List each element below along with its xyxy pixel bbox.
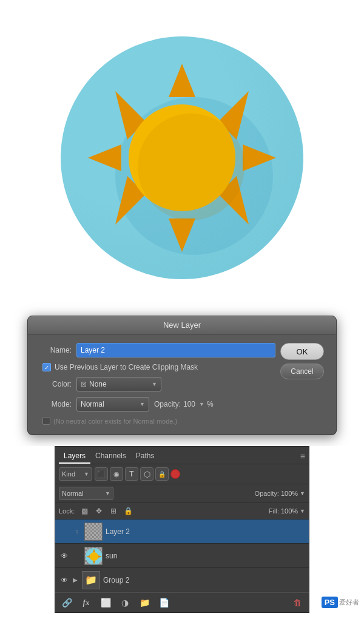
filter-adjustment-icon[interactable]: ◉: [110, 467, 123, 481]
group2-name: Group 2: [103, 576, 305, 584]
sun-illustration-area: [0, 0, 364, 316]
tab-channels[interactable]: Channels: [90, 449, 131, 464]
layer2-link-icon: ↕: [73, 528, 81, 535]
neutral-note-text: (No neutral color exists for Normal mode…: [53, 418, 177, 425]
adjustment-layer-button[interactable]: ◑: [118, 596, 132, 609]
clipping-mask-row: ✓ Use Previous Layer to Create Clipping …: [42, 363, 275, 371]
new-group-button[interactable]: 📁: [138, 596, 151, 609]
fill-arrow-icon: ▼: [300, 508, 305, 514]
dialog-buttons: OK Cancel: [280, 343, 324, 379]
clipping-mask-checkbox[interactable]: ✓: [42, 363, 51, 371]
filter-shape-icon[interactable]: ⬡: [140, 467, 153, 481]
watermark: PS 爱好者: [322, 597, 359, 608]
dialog-titlebar: New Layer: [28, 316, 336, 334]
link-layers-button[interactable]: 🔗: [60, 596, 73, 609]
fill-label: Fill:: [269, 507, 279, 515]
layers-filter-row: Kind ▼ ⬛ ◉ T ⬡ 🔒: [55, 464, 309, 484]
filter-pixel-icon[interactable]: ⬛: [95, 467, 108, 481]
color-row: Color: ☒ None ▼: [40, 377, 275, 391]
sun-eye-icon: 👁: [61, 552, 68, 560]
neutral-note-row: (No neutral color exists for Normal mode…: [42, 417, 275, 425]
sun-thumb-checker: [85, 547, 102, 564]
sun-circle-background: [61, 36, 303, 279]
kind-arrow-icon: ▼: [84, 471, 89, 477]
layers-mode-select[interactable]: Normal ▼: [59, 487, 113, 500]
layers-menu-icon[interactable]: ≡: [300, 452, 305, 461]
cancel-button[interactable]: Cancel: [280, 364, 324, 379]
layers-toolbar: 🔗 fx ⬜ ◑ 📁 📄 🗑: [55, 592, 309, 612]
color-select-value: None: [89, 380, 107, 388]
kind-label: Kind: [62, 470, 75, 478]
layers-opacity-label: Opacity:: [255, 490, 279, 497]
layer-row-layer2[interactable]: 👁 ↕ Layer 2: [55, 520, 309, 544]
svg-point-10: [138, 113, 244, 220]
clipping-mask-label: Use Previous Layer to Create Clipping Ma…: [55, 363, 198, 371]
tab-paths[interactable]: Paths: [131, 449, 160, 464]
ok-button[interactable]: OK: [280, 343, 324, 360]
lock-artboard-icon[interactable]: ⊞: [107, 505, 120, 517]
group2-eye-icon: 👁: [61, 576, 68, 584]
lock-label: Lock:: [59, 507, 75, 515]
add-mask-button[interactable]: ⬜: [99, 596, 112, 609]
layer2-thumbnail: [84, 523, 103, 541]
layers-panel-container: Layers Channels Paths ≡ Kind ▼ ⬛ ◉ T ⬡ 🔒…: [0, 446, 364, 613]
sun-layer-thumbnail: [84, 547, 103, 565]
layer-row-group2[interactable]: 👁 ▶ 📁 Group 2: [55, 568, 309, 592]
layers-mode-value: Normal: [62, 490, 83, 497]
name-row: Name:: [40, 343, 275, 357]
fill-value: 100%: [281, 507, 298, 515]
opacity-row: Opacity: 100 ▼ %: [154, 400, 214, 408]
delete-layer-button[interactable]: 🗑: [291, 596, 304, 609]
layer2-name: Layer 2: [106, 527, 305, 536]
lock-all-icon[interactable]: 🔒: [122, 505, 134, 517]
layer2-visibility[interactable]: 👁: [59, 526, 70, 537]
layer-row-sun[interactable]: 👁 sun: [55, 544, 309, 568]
color-label: Color:: [40, 380, 72, 388]
layers-opacity-arrow-icon: ▼: [300, 490, 305, 496]
new-layer-button[interactable]: 📄: [157, 596, 170, 609]
lock-transparent-icon[interactable]: ▩: [78, 505, 90, 517]
group2-folder-icon: 📁: [83, 572, 99, 589]
group2-visibility[interactable]: 👁: [59, 575, 70, 586]
ps-logo: PS: [322, 597, 338, 608]
color-select[interactable]: ☒ None ▼: [76, 377, 161, 391]
mode-arrow-icon: ▼: [140, 401, 145, 407]
mode-select-value: Normal: [81, 400, 104, 408]
filter-smart-icon[interactable]: 🔒: [155, 467, 169, 481]
layers-lock-row: Lock: ▩ ✥ ⊞ 🔒 Fill: 100% ▼: [55, 503, 309, 520]
layers-mode-row: Normal ▼ Opacity: 100% ▼: [55, 484, 309, 503]
svg-point-16: [90, 552, 98, 561]
kind-select[interactable]: Kind ▼: [59, 467, 92, 481]
sun-layer-visibility[interactable]: 👁: [59, 550, 70, 561]
filter-type-icon[interactable]: T: [125, 467, 138, 481]
filter-color-icon[interactable]: [170, 469, 180, 479]
new-layer-dialog: New Layer Name: ✓ Use Previous Layer to …: [27, 316, 337, 435]
dialog-fields: Name: ✓ Use Previous Layer to Create Cli…: [40, 343, 275, 425]
lock-position-icon[interactable]: ✥: [93, 505, 105, 517]
filter-icons-group: ⬛ ◉ T ⬡ 🔒: [95, 467, 180, 481]
layer-name-input[interactable]: [76, 343, 275, 357]
layer2-checker-pattern: [85, 523, 102, 540]
opacity-label: Opacity:: [154, 400, 181, 408]
opacity-unit: %: [207, 400, 214, 408]
opacity-arrow-icon: ▼: [199, 401, 204, 407]
layers-opacity-value: 100%: [281, 490, 298, 497]
svg-marker-1: [169, 64, 195, 97]
new-layer-dialog-container: New Layer Name: ✓ Use Previous Layer to …: [0, 316, 364, 441]
mode-label: Mode:: [40, 400, 72, 408]
opacity-value: 100: [183, 400, 195, 408]
name-label: Name:: [40, 346, 72, 354]
neutral-checkbox: [42, 417, 50, 425]
mode-select[interactable]: Normal ▼: [76, 397, 149, 411]
fill-group: Fill: 100% ▼: [269, 507, 305, 515]
layers-mode-arrow-icon: ▼: [105, 490, 110, 496]
layer-fx-button[interactable]: fx: [79, 596, 93, 609]
sun-graphic: [85, 61, 279, 255]
sun-layer-name: sun: [106, 552, 305, 560]
layers-panel: Layers Channels Paths ≡ Kind ▼ ⬛ ◉ T ⬡ 🔒…: [55, 446, 309, 613]
group2-expand-icon[interactable]: ▶: [73, 577, 78, 583]
site-name: 爱好者: [339, 598, 359, 607]
dialog-main-content: Name: ✓ Use Previous Layer to Create Cli…: [40, 343, 324, 425]
dialog-body: Name: ✓ Use Previous Layer to Create Cli…: [28, 334, 336, 435]
tab-layers[interactable]: Layers: [59, 449, 90, 464]
